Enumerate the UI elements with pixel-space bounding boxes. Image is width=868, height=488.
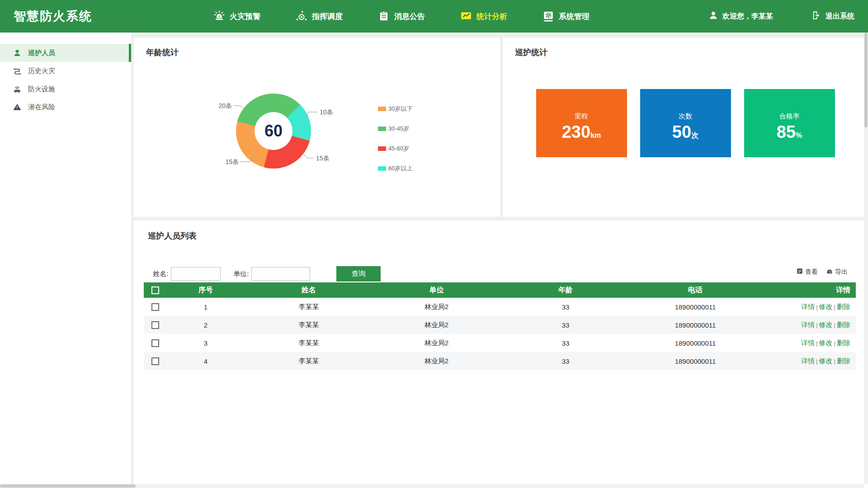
unit-filter-input[interactable] <box>251 267 310 281</box>
nav-item-label: 指挥调度 <box>312 11 343 22</box>
action-delete[interactable]: 删除 <box>837 339 850 347</box>
nav-item-label: 统计分析 <box>476 11 507 22</box>
welcome-user[interactable]: 欢迎您，李某某 <box>708 10 773 22</box>
sidebar-item-label: 潜在风险 <box>28 103 55 112</box>
worker-icon <box>13 48 22 57</box>
action-detail[interactable]: 详情 <box>801 357 815 365</box>
action-detail[interactable]: 详情 <box>801 339 815 347</box>
stat-card-unit: % <box>796 131 802 139</box>
legend-item[interactable]: 30-45岁 <box>378 125 412 133</box>
row-checkbox[interactable] <box>151 357 159 365</box>
cell-phone: 18900000011 <box>631 321 760 329</box>
app-root: 智慧防火系统 火灾预警 指挥调度 消息公告 <box>0 0 868 488</box>
panel-title: 年龄统计 <box>146 47 179 58</box>
row-actions: 详情|修改|删除 <box>760 357 856 366</box>
sidebar-item-fire-history[interactable]: 历史火灾 <box>0 62 131 80</box>
col-header-phone: 电话 <box>631 286 760 295</box>
action-edit[interactable]: 修改 <box>819 303 833 310</box>
row-checkbox[interactable] <box>151 321 159 329</box>
row-checkbox[interactable] <box>151 303 159 311</box>
age-statistics-panel: 年龄统计 60 20条 10条 15条 15条 30岁以下 30-45岁 <box>134 38 500 217</box>
nav-item-statistics[interactable]: 统计分析 <box>460 10 507 22</box>
siren-icon <box>213 10 225 22</box>
callout-60-plus: 10条 <box>320 108 333 117</box>
export-button[interactable]: 导出 <box>826 267 848 276</box>
cell-no: 3 <box>166 339 245 347</box>
chart-legend: 30岁以下 30-45岁 45-60岁 60岁以上 <box>378 105 412 184</box>
personnel-table: 序号 姓名 单位 年龄 电话 详情 1李某某林业局23318900000011详… <box>144 282 856 370</box>
name-filter-input[interactable] <box>171 267 221 281</box>
logout-button[interactable]: 退出系统 <box>811 10 854 22</box>
stat-card-value: 85 <box>777 122 796 141</box>
select-all-checkbox[interactable] <box>151 286 159 294</box>
cell-name: 李某某 <box>245 339 373 347</box>
action-detail[interactable]: 详情 <box>801 303 815 310</box>
action-separator: | <box>833 358 837 365</box>
nav-item-label: 火灾预警 <box>230 11 260 22</box>
sidebar: 巡护人员 历史火灾 防火设施 潜在风险 <box>0 33 131 484</box>
stat-card-unit: km <box>590 131 601 139</box>
route-icon <box>13 66 22 75</box>
sidebar-item-label: 防火设施 <box>28 85 55 94</box>
action-edit[interactable]: 修改 <box>819 357 833 365</box>
row-checkbox[interactable] <box>151 339 159 347</box>
donut-total: 60 <box>264 122 283 141</box>
age-donut-chart[interactable]: 60 <box>236 94 311 169</box>
horizontal-scrollbar-thumb[interactable] <box>0 484 136 488</box>
cell-phone: 18900000011 <box>631 303 760 311</box>
row-actions: 详情|修改|删除 <box>760 339 856 347</box>
view-icon <box>796 267 803 276</box>
row-actions: 详情|修改|删除 <box>760 321 856 329</box>
table-row: 4李某某林业局23318900000011详情|修改|删除 <box>144 352 856 370</box>
action-delete[interactable]: 删除 <box>837 303 850 310</box>
cell-no: 2 <box>166 321 245 329</box>
unit-filter-label: 单位: <box>233 270 249 278</box>
action-separator: | <box>815 340 819 347</box>
nav-item-label: 系统管理 <box>559 11 590 22</box>
donut-center: 60 <box>255 112 292 150</box>
app-title: 智慧防火系统 <box>0 8 213 24</box>
nav-item-dispatch[interactable]: 指挥调度 <box>296 10 343 22</box>
personnel-table-body: 1李某某林业局23318900000011详情|修改|删除2李某某林业局2331… <box>144 298 856 370</box>
sidebar-item-patrol-staff[interactable]: 巡护人员 <box>0 44 131 62</box>
filter-row: 姓名: 单位: 查询 <box>153 266 381 282</box>
col-header-unit: 单位 <box>373 286 500 295</box>
nav-item-announcements[interactable]: 消息公告 <box>378 10 425 22</box>
action-separator: | <box>815 304 819 310</box>
legend-swatch <box>378 127 386 131</box>
action-detail[interactable]: 详情 <box>801 321 815 328</box>
sidebar-item-potential-risk[interactable]: 潜在风险 <box>0 98 131 116</box>
panel-title: 巡护统计 <box>515 47 547 58</box>
legend-item[interactable]: 30岁以下 <box>378 105 412 113</box>
patrol-statistics-panel: 巡护统计 里程 230km 次数 50次 合格率 85% <box>503 38 868 217</box>
cell-name: 李某某 <box>245 321 373 329</box>
action-edit[interactable]: 修改 <box>819 339 833 347</box>
stat-cards: 里程 230km 次数 50次 合格率 85% <box>503 89 868 157</box>
legend-item[interactable]: 60岁以上 <box>378 164 412 173</box>
cell-name: 李某某 <box>245 357 373 366</box>
stat-card-value: 50 <box>672 122 691 141</box>
action-delete[interactable]: 删除 <box>837 357 850 365</box>
cell-age: 33 <box>500 357 631 365</box>
horizontal-scrollbar[interactable] <box>0 484 864 488</box>
vertical-scrollbar-thumb[interactable] <box>864 33 868 127</box>
vertical-scrollbar[interactable] <box>864 33 868 484</box>
user-icon <box>708 10 718 22</box>
nav-item-system[interactable]: 系统管理 <box>542 10 590 22</box>
callout-45-60: 15条 <box>316 155 330 163</box>
col-header-no: 序号 <box>166 286 245 295</box>
search-button[interactable]: 查询 <box>336 266 381 282</box>
export-icon <box>826 267 833 276</box>
legend-item[interactable]: 45-60岁 <box>378 145 412 153</box>
main-nav: 火灾预警 指挥调度 消息公告 统计分析 <box>213 10 590 22</box>
action-edit[interactable]: 修改 <box>819 321 833 328</box>
nav-item-fire-alert[interactable]: 火灾预警 <box>213 10 260 22</box>
cell-age: 33 <box>500 321 631 329</box>
sidebar-item-fire-facilities[interactable]: 防火设施 <box>0 80 131 98</box>
callout-under-30: 15条 <box>216 158 239 166</box>
action-delete[interactable]: 删除 <box>837 321 850 328</box>
legend-label: 30岁以下 <box>388 105 412 113</box>
legend-swatch <box>378 166 386 171</box>
view-button[interactable]: 查看 <box>796 267 818 276</box>
personnel-list-panel: 巡护人员列表 姓名: 单位: 查询 查看 导出 <box>134 221 868 488</box>
